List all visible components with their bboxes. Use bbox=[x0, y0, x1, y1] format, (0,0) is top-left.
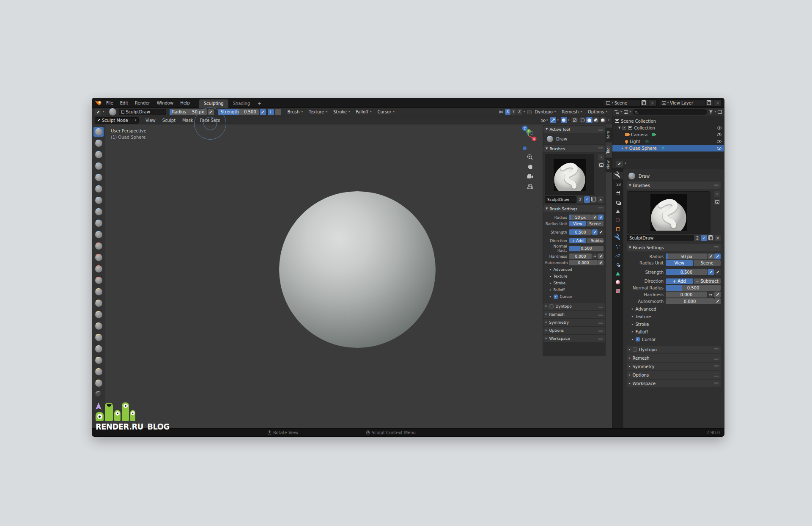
tool-clay[interactable] bbox=[93, 150, 104, 160]
subpanel-texture[interactable]: ▸Texture bbox=[545, 273, 604, 280]
unlink-brush-button[interactable]: × bbox=[715, 235, 721, 241]
pressure-icon[interactable] bbox=[598, 215, 604, 220]
delete-view-layer-button[interactable]: × bbox=[714, 100, 721, 106]
mirror-x-button[interactable]: X bbox=[505, 109, 510, 115]
radius-unit-scene-button[interactable]: Scene bbox=[694, 260, 721, 266]
properties-tab-texture[interactable] bbox=[613, 287, 623, 295]
tool-scrape[interactable] bbox=[93, 264, 104, 274]
brush-menu[interactable]: Brush▾ bbox=[285, 110, 306, 114]
radius-pressure-pen-icon[interactable] bbox=[208, 109, 214, 115]
tool-multiplane-scrape[interactable] bbox=[93, 275, 104, 285]
viewport-3d[interactable]: User Perspective (1) Quad Sphere Z Y X bbox=[92, 124, 612, 428]
properties-tab-object[interactable] bbox=[613, 225, 623, 233]
tool-blob[interactable] bbox=[93, 207, 104, 217]
mode-selector[interactable]: Sculpt Mode ▾ bbox=[95, 117, 139, 124]
scene-selector[interactable]: ▾ Scene × bbox=[604, 99, 656, 107]
pen-icon[interactable] bbox=[708, 253, 714, 259]
expand-icon[interactable]: ▼ bbox=[618, 127, 620, 129]
stroke-menu[interactable]: Stroke▾ bbox=[330, 110, 353, 114]
panel-options[interactable]: ▸Options bbox=[627, 371, 721, 379]
pressure-icon[interactable] bbox=[714, 253, 721, 259]
pen-icon[interactable] bbox=[592, 229, 598, 235]
properties-tab-particles[interactable] bbox=[613, 243, 623, 251]
blender-logo-icon[interactable] bbox=[95, 99, 102, 106]
drag-handle[interactable] bbox=[598, 128, 603, 131]
pen-icon[interactable] bbox=[598, 260, 604, 265]
hardness-slider[interactable]: 0.000 bbox=[569, 253, 592, 259]
hide-icon[interactable] bbox=[717, 147, 721, 150]
pen-icon[interactable] bbox=[592, 215, 598, 220]
panel-symmetry[interactable]: ▸Symmetry bbox=[627, 363, 721, 370]
hide-icon[interactable] bbox=[717, 127, 721, 129]
hide-icon[interactable] bbox=[717, 133, 721, 136]
direction-subtract-button[interactable]: −Subtract bbox=[694, 278, 721, 284]
properties-tab-world[interactable] bbox=[613, 216, 623, 224]
autosmooth-slider[interactable]: 0.000 bbox=[569, 260, 598, 265]
pen-icon[interactable] bbox=[714, 298, 721, 304]
cursor-checkbox[interactable]: ✓ bbox=[554, 295, 558, 299]
tool-clay-thumb[interactable] bbox=[93, 173, 104, 182]
shading-solid-icon[interactable] bbox=[586, 117, 593, 123]
direction-subtract-button[interactable]: −Subtra bbox=[587, 238, 604, 243]
outliner-search-input[interactable] bbox=[633, 109, 707, 115]
brushes-panel-header[interactable]: ▼Brushes bbox=[627, 182, 721, 189]
tab-shading[interactable]: Shading bbox=[228, 99, 255, 108]
tab-sculpting[interactable]: Sculpting bbox=[199, 99, 228, 108]
options-menu[interactable]: Options▾ bbox=[585, 110, 610, 114]
subpanel-advanced[interactable]: ▸Advanced bbox=[627, 305, 721, 313]
users-count-button[interactable]: 2 bbox=[694, 235, 700, 241]
autosmooth-slider[interactable]: 0.000 bbox=[666, 298, 714, 304]
chevron-down-icon[interactable]: ▾ bbox=[524, 110, 525, 113]
menu-file[interactable]: File bbox=[103, 101, 117, 105]
menu-render[interactable]: Render bbox=[132, 101, 154, 105]
tool-snake-hook[interactable] bbox=[93, 321, 104, 331]
outliner-row-quad-sphere[interactable]: ▸ ▼ Quad Sphere ▽ bbox=[612, 145, 724, 151]
tool-layer[interactable] bbox=[93, 184, 104, 194]
view-layer-selector[interactable]: ▾ View Layer × bbox=[660, 99, 721, 107]
brush-settings-panel-header[interactable]: ▼ Brush Settings bbox=[543, 205, 605, 212]
tool-nudge[interactable] bbox=[93, 355, 104, 365]
invert-icon[interactable]: ↔ bbox=[708, 292, 714, 297]
active-tool-panel-header[interactable]: ▼ Active Tool bbox=[543, 126, 605, 133]
pressure-icon[interactable] bbox=[714, 269, 721, 275]
radius-unit-scene-button[interactable]: Scene bbox=[587, 221, 604, 226]
delete-scene-button[interactable]: × bbox=[649, 100, 656, 106]
filter-icon[interactable] bbox=[709, 110, 713, 114]
radius-unit-view-button[interactable]: View bbox=[569, 221, 586, 226]
overlays-toggle-icon[interactable] bbox=[561, 117, 567, 123]
new-scene-button[interactable] bbox=[640, 100, 647, 106]
strength-slider[interactable]: 0.500 bbox=[666, 269, 707, 275]
drag-handle[interactable] bbox=[598, 147, 603, 150]
direction-add-button[interactable]: +Add bbox=[569, 238, 586, 243]
panel-workspace[interactable]: ▸Workspace bbox=[627, 380, 721, 387]
radius-unit-view-button[interactable]: View bbox=[666, 260, 693, 266]
show-object-types-icon[interactable] bbox=[541, 119, 546, 122]
outliner-display-mode-icon[interactable] bbox=[614, 110, 619, 114]
outliner-filter-type-icon[interactable] bbox=[624, 110, 628, 114]
camera-view-icon[interactable] bbox=[525, 172, 535, 181]
brush-image-icon[interactable] bbox=[714, 199, 720, 205]
shading-rendered-icon[interactable] bbox=[600, 117, 606, 123]
outliner-row-collection[interactable]: ▼ ✓ Collection bbox=[612, 124, 724, 131]
invert-icon[interactable]: ↔ bbox=[592, 253, 598, 259]
tool-elastic-deform[interactable] bbox=[93, 310, 104, 319]
panel-remesh[interactable]: ▸Remesh bbox=[543, 311, 605, 318]
fake-user-shield-icon[interactable]: ✓ bbox=[584, 196, 590, 203]
subpanel-falloff[interactable]: ▸Falloff bbox=[545, 286, 604, 293]
pen-icon[interactable] bbox=[708, 269, 714, 275]
dyntopo-menu[interactable]: Dyntopo▾ bbox=[532, 110, 559, 114]
pen-icon[interactable] bbox=[598, 253, 604, 259]
panel-remesh[interactable]: ▸Remesh bbox=[627, 354, 721, 362]
brush-preview-well[interactable] bbox=[627, 191, 710, 234]
direction-add-button[interactable]: + bbox=[268, 109, 274, 115]
move-view-icon[interactable] bbox=[525, 162, 535, 171]
subpanel-stroke[interactable]: ▸Stroke bbox=[545, 280, 604, 286]
hardness-slider[interactable]: 0.000 bbox=[666, 292, 707, 297]
brush-name-field[interactable]: SculptDraw bbox=[627, 235, 694, 241]
menu-mask[interactable]: Mask bbox=[179, 118, 197, 123]
tool-clay-strips[interactable] bbox=[93, 161, 104, 171]
subpanel-advanced[interactable]: ▸Advanced bbox=[545, 266, 604, 273]
unlink-brush-button[interactable]: × bbox=[598, 196, 604, 203]
users-count-button[interactable]: 2 bbox=[577, 196, 583, 203]
tool-smooth[interactable] bbox=[93, 230, 104, 240]
